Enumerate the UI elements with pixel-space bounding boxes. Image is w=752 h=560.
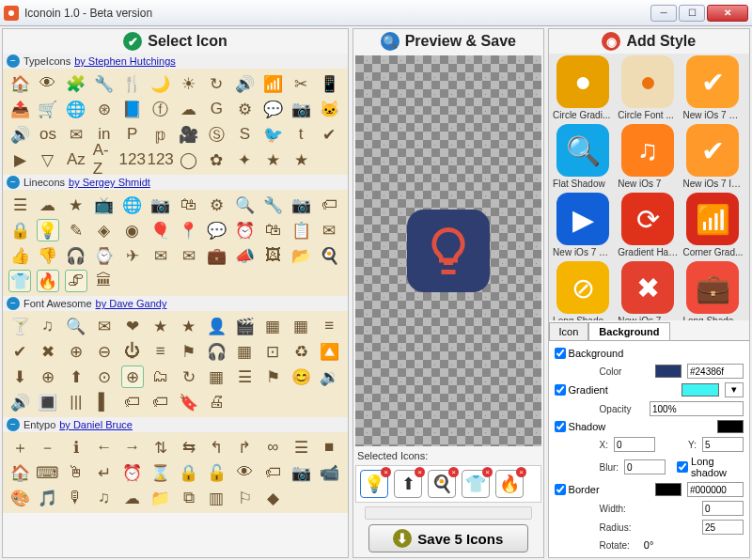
icon-item[interactable]: 🏠 — [8, 461, 31, 484]
icon-item[interactable]: ⚐ — [233, 487, 256, 509]
author-link[interactable]: by Dave Gandy — [96, 298, 167, 309]
gradient-checkbox[interactable] — [555, 384, 566, 396]
icon-item[interactable]: ▽ — [37, 148, 59, 171]
icon-item[interactable]: ← — [93, 436, 116, 459]
icon-item[interactable]: 😊 — [290, 366, 312, 388]
icon-item[interactable]: 🔧 — [93, 72, 116, 95]
selected-thumb[interactable]: ⬆× — [394, 470, 422, 498]
icon-item[interactable]: 123 — [121, 148, 144, 171]
icon-item[interactable]: 🔍 — [65, 315, 87, 337]
icon-item[interactable]: ✎ — [65, 219, 87, 241]
icon-item[interactable]: ⇆ — [178, 436, 200, 459]
icon-item[interactable]: ▌ — [93, 391, 116, 413]
icon-item[interactable]: 🖱 — [65, 461, 87, 484]
icon-item[interactable]: ◉ — [121, 219, 144, 241]
icon-item[interactable]: 📷 — [290, 461, 312, 484]
icon-item[interactable]: ⊡ — [261, 340, 284, 363]
shadow-blur-input[interactable] — [624, 459, 666, 474]
remove-icon[interactable]: × — [448, 467, 459, 477]
maximize-button[interactable]: ☐ — [679, 5, 705, 22]
remove-icon[interactable]: × — [381, 467, 391, 477]
icon-item[interactable]: ☰ — [8, 194, 31, 216]
icon-item[interactable]: ✉ — [65, 123, 87, 146]
border-swatch[interactable] — [655, 483, 682, 496]
icon-item[interactable]: 🐦 — [261, 123, 284, 146]
icon-item[interactable]: ◈ — [93, 219, 116, 241]
icon-item[interactable]: ℹ — [65, 436, 87, 459]
icon-item[interactable]: ♫ — [37, 315, 59, 337]
icon-item[interactable]: 🏷 — [261, 461, 284, 484]
icon-item[interactable]: 👍 — [8, 244, 31, 267]
selected-thumb[interactable]: 🍳× — [428, 470, 456, 498]
icon-item[interactable]: ↻ — [205, 72, 227, 95]
icon-item[interactable]: P — [121, 123, 144, 146]
icon-item[interactable]: 💬 — [205, 219, 227, 241]
icon-item[interactable]: ⚙ — [233, 98, 256, 120]
author-link[interactable]: by Stephen Hutchings — [74, 55, 176, 67]
icon-item[interactable]: ∞ — [261, 436, 284, 459]
pack-header[interactable]: −Font Awesomeby Dave Gandy — [3, 296, 348, 311]
border-radius-input[interactable] — [702, 520, 744, 535]
icon-item[interactable]: 🔒 — [8, 219, 31, 241]
icon-item[interactable]: 🔓 — [205, 461, 227, 484]
icon-item[interactable]: ✉ — [93, 315, 116, 337]
icon-item[interactable]: ↰ — [205, 436, 227, 459]
icon-item[interactable]: ▶ — [8, 148, 31, 171]
icon-item[interactable]: 🔳 — [37, 391, 59, 413]
icon-item[interactable]: 🏷 — [121, 391, 144, 413]
icon-item[interactable]: ⬇ — [8, 366, 31, 388]
icon-item[interactable]: ▦ — [290, 315, 312, 337]
icon-item[interactable]: 👕 — [8, 270, 31, 292]
selected-thumb[interactable]: 💡× — [360, 470, 388, 498]
pack-header[interactable]: −TypeIconsby Stephen Hutchings — [3, 54, 348, 69]
icon-item[interactable]: ♫ — [93, 487, 116, 509]
minimize-button[interactable]: ─ — [650, 5, 677, 22]
tab-background[interactable]: Background — [588, 322, 669, 340]
icon-item[interactable]: 📶 — [261, 72, 284, 95]
icon-item[interactable]: t — [290, 123, 312, 146]
icon-item[interactable]: 💬 — [261, 98, 284, 120]
icon-item[interactable]: 🛍 — [178, 194, 200, 216]
icon-item[interactable]: 📂 — [290, 244, 312, 267]
background-checkbox[interactable] — [555, 348, 566, 359]
icon-item[interactable]: ★ — [65, 194, 87, 216]
icon-item[interactable]: ✉ — [149, 244, 172, 267]
icon-item[interactable]: ≡ — [318, 315, 340, 337]
border-width-input[interactable] — [702, 501, 744, 516]
icon-item[interactable]: － — [37, 436, 59, 459]
icon-item[interactable]: ✦ — [233, 148, 256, 171]
icon-item[interactable]: ◯ — [178, 148, 200, 171]
icon-item[interactable]: 🔊 — [233, 72, 256, 95]
icon-item[interactable]: ⌚ — [93, 244, 116, 267]
icon-item[interactable]: 🖨 — [205, 391, 227, 413]
icon-item[interactable]: → — [121, 436, 144, 459]
shadow-y-input[interactable] — [702, 437, 744, 452]
shadow-x-input[interactable] — [614, 437, 655, 452]
icon-item[interactable]: ✔ — [8, 340, 31, 363]
icon-item[interactable]: 🎈 — [149, 219, 172, 241]
shadow-checkbox[interactable] — [555, 421, 566, 432]
icon-item[interactable]: 📱 — [318, 72, 340, 95]
icon-item[interactable]: 👤 — [205, 315, 227, 337]
collapse-icon[interactable]: − — [7, 176, 20, 189]
icon-item[interactable]: 🔊 — [8, 123, 31, 146]
icon-item[interactable]: 🍸 — [8, 315, 31, 337]
icon-item[interactable]: 📺 — [93, 194, 116, 216]
icon-item[interactable]: 📷 — [290, 194, 312, 216]
icon-item[interactable]: ✿ — [205, 148, 227, 171]
save-button[interactable]: ⬇ Save 5 Icons — [368, 524, 527, 552]
style-card[interactable]: 💼Long Shado... — [682, 261, 744, 320]
icon-item[interactable]: ||| — [65, 391, 87, 413]
icon-item[interactable]: 💡 — [37, 219, 59, 241]
collapse-icon[interactable]: − — [7, 297, 20, 310]
icon-item[interactable]: 📤 — [8, 98, 31, 120]
icon-item[interactable]: 🎥 — [178, 123, 200, 146]
icon-item[interactable]: 🎧 — [205, 340, 227, 363]
icon-item[interactable]: ⬆ — [65, 366, 87, 388]
icon-item[interactable]: ✖ — [37, 340, 59, 363]
icon-item[interactable]: 🔒 — [178, 461, 200, 484]
icon-item[interactable]: ★ — [178, 315, 200, 337]
color-input[interactable] — [687, 364, 744, 379]
icon-item[interactable]: ◆ — [261, 487, 284, 509]
style-card[interactable]: ✔New iOs 7 In... — [682, 124, 744, 189]
